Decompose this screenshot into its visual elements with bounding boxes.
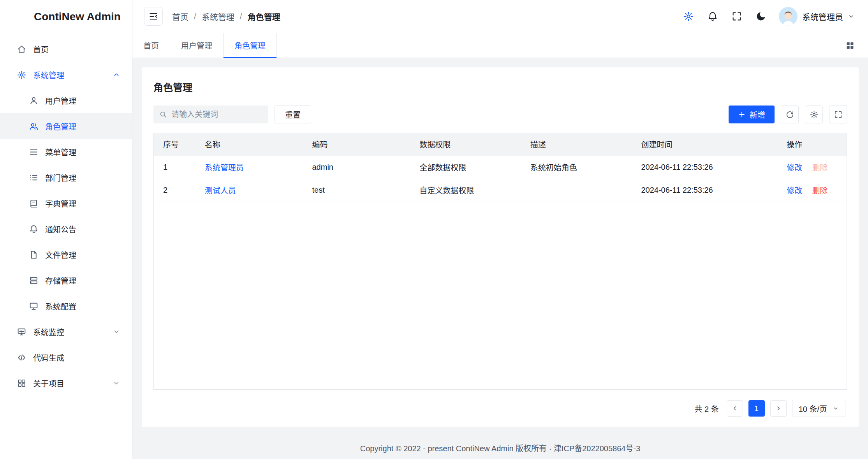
bell-icon bbox=[707, 11, 718, 22]
tab-user-management[interactable]: 用户管理 bbox=[170, 33, 224, 58]
sidebar-item-role-management[interactable]: 角色管理 bbox=[0, 113, 132, 139]
column-settings-button[interactable] bbox=[805, 106, 823, 123]
prev-page-button[interactable] bbox=[727, 400, 743, 417]
chevron-down-icon bbox=[113, 328, 120, 336]
breadcrumb-separator: / bbox=[240, 12, 242, 21]
roles-table-container: 序号 名称 编码 数据权限 描述 创建时间 操作 1 bbox=[153, 133, 847, 390]
add-role-button[interactable]: 新增 bbox=[729, 106, 775, 123]
plus-icon bbox=[738, 111, 746, 118]
total-count: 共 2 条 bbox=[694, 403, 718, 414]
chevron-left-icon bbox=[731, 405, 738, 412]
sidebar-group-about-project[interactable]: 关于项目 bbox=[0, 370, 132, 396]
menu-list-icon bbox=[29, 147, 39, 157]
sidebar-item-menu-management[interactable]: 菜单管理 bbox=[0, 139, 132, 165]
chevron-right-icon bbox=[775, 405, 782, 412]
tab-role-management[interactable]: 角色管理 bbox=[224, 33, 277, 58]
user-menu[interactable]: 系统管理员 bbox=[779, 7, 855, 26]
sidebar-group-system-monitor[interactable]: 系统监控 bbox=[0, 319, 132, 345]
breadcrumb-home[interactable]: 首页 bbox=[172, 11, 188, 22]
cell-code: test bbox=[303, 179, 410, 202]
sidebar-item-label: 首页 bbox=[33, 44, 49, 55]
cell-index: 2 bbox=[154, 179, 195, 202]
sidebar-item-notice[interactable]: 通知公告 bbox=[0, 216, 132, 242]
cell-created-time: 2024-06-11 22:53:26 bbox=[632, 156, 777, 179]
edit-link[interactable]: 修改 bbox=[787, 186, 802, 195]
search-input[interactable] bbox=[171, 110, 263, 119]
toolbar-right: 新增 bbox=[729, 106, 847, 123]
notifications-button[interactable] bbox=[706, 10, 719, 23]
book-icon bbox=[29, 199, 39, 208]
storage-icon bbox=[29, 276, 39, 285]
chevron-down-icon bbox=[848, 13, 855, 20]
sidebar-item-user-management[interactable]: 用户管理 bbox=[0, 88, 132, 113]
refresh-button[interactable] bbox=[781, 106, 799, 123]
sidebar-item-label: 菜单管理 bbox=[45, 146, 76, 158]
fullscreen-button[interactable] bbox=[731, 10, 743, 23]
sidebar-item-storage-management[interactable]: 存储管理 bbox=[0, 267, 132, 293]
search-icon bbox=[159, 110, 167, 119]
tabs-menu-button[interactable] bbox=[844, 39, 856, 52]
sidebar-item-file-management[interactable]: 文件管理 bbox=[0, 242, 132, 267]
sidebar-item-label: 系统监控 bbox=[33, 326, 64, 338]
page-size-select[interactable]: 10 条/页 bbox=[792, 400, 845, 417]
breadcrumb: 首页 / 系统管理 / 角色管理 bbox=[172, 11, 280, 22]
col-description: 描述 bbox=[521, 133, 632, 156]
sidebar-item-home[interactable]: 首页 bbox=[0, 36, 132, 62]
logo-cube-icon bbox=[10, 8, 28, 26]
gear-icon bbox=[17, 70, 26, 80]
cell-index: 1 bbox=[154, 156, 195, 179]
table-row: 2 测试人员 test 自定义数据权限 2024-06-11 22:53:26 … bbox=[154, 179, 847, 202]
menu-collapse-button[interactable] bbox=[144, 7, 163, 26]
fullscreen-icon bbox=[834, 110, 843, 119]
dark-mode-button[interactable] bbox=[755, 10, 767, 23]
pagination: 共 2 条 1 10 条/页 bbox=[153, 390, 847, 421]
breadcrumb-system-management[interactable]: 系统管理 bbox=[202, 11, 234, 22]
roles-table: 序号 名称 编码 数据权限 描述 创建时间 操作 1 bbox=[154, 133, 847, 202]
sidebar-item-label: 关于项目 bbox=[33, 378, 64, 389]
moon-icon bbox=[755, 11, 766, 22]
delete-link[interactable]: 删除 bbox=[812, 186, 828, 195]
sidebar-item-label: 部门管理 bbox=[45, 172, 76, 183]
sidebar-item-dept-management[interactable]: 部门管理 bbox=[0, 165, 132, 190]
role-name-link[interactable]: 系统管理员 bbox=[205, 164, 244, 172]
fullscreen-icon bbox=[731, 11, 742, 22]
page-tabs: 首页 用户管理 角色管理 bbox=[132, 33, 868, 58]
theme-settings-button[interactable] bbox=[682, 10, 695, 23]
table-row: 1 系统管理员 admin 全部数据权限 系统初始角色 2024-06-11 2… bbox=[154, 156, 847, 179]
tab-home[interactable]: 首页 bbox=[132, 33, 170, 58]
table-fullscreen-button[interactable] bbox=[829, 106, 847, 123]
code-icon bbox=[17, 353, 26, 362]
delete-link: 删除 bbox=[812, 164, 828, 172]
bell-icon bbox=[29, 224, 39, 234]
user-avatar bbox=[779, 7, 798, 26]
sidebar-item-code-generation[interactable]: 代码生成 bbox=[0, 345, 132, 370]
menu-fold-icon bbox=[148, 11, 158, 21]
copyright-text: Copyright © 2022 - present ContiNew Admi… bbox=[360, 442, 641, 454]
table-header-row: 序号 名称 编码 数据权限 描述 创建时间 操作 bbox=[154, 133, 847, 156]
chevron-down-icon bbox=[833, 405, 839, 412]
users-icon bbox=[29, 121, 39, 131]
sidebar-item-label: 通知公告 bbox=[45, 223, 76, 235]
search-box bbox=[153, 106, 268, 123]
reset-button[interactable]: 重置 bbox=[275, 106, 311, 123]
sidebar-group-system-management[interactable]: 系统管理 bbox=[0, 62, 132, 88]
sidebar: ContiNew Admin 首页 系统管理 用户管理 角色管理 bbox=[0, 0, 132, 459]
sidebar-item-label: 文件管理 bbox=[45, 249, 76, 260]
cell-actions: 修改 删除 bbox=[777, 156, 847, 179]
chevron-down-icon bbox=[113, 379, 120, 387]
cell-actions: 修改 删除 bbox=[777, 179, 847, 202]
sidebar-item-system-config[interactable]: 系统配置 bbox=[0, 293, 132, 319]
role-management-card: 角色管理 重置 新增 bbox=[142, 67, 859, 427]
next-page-button[interactable] bbox=[770, 400, 787, 417]
grid-icon bbox=[17, 378, 26, 388]
col-data-scope: 数据权限 bbox=[410, 133, 521, 156]
app-logo[interactable]: ContiNew Admin bbox=[0, 0, 132, 33]
role-name-link[interactable]: 测试人员 bbox=[205, 186, 236, 195]
edit-link[interactable]: 修改 bbox=[787, 164, 802, 172]
page-content: 角色管理 重置 新增 bbox=[132, 58, 868, 436]
page-1-button[interactable]: 1 bbox=[748, 400, 765, 417]
gear-icon bbox=[683, 11, 694, 22]
sidebar-item-dict-management[interactable]: 字典管理 bbox=[0, 190, 132, 216]
refresh-icon bbox=[785, 110, 794, 119]
monitor-icon bbox=[17, 327, 26, 337]
